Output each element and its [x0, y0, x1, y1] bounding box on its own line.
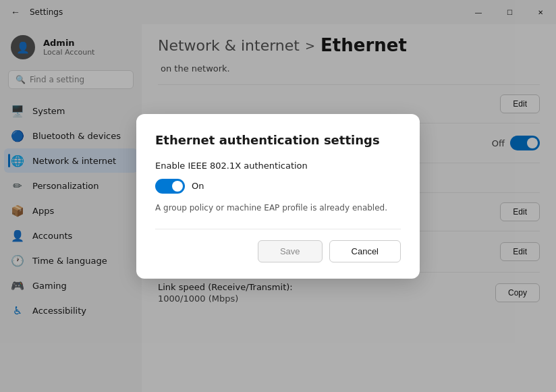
dialog: Ethernet authentication settings Enable …	[136, 114, 420, 279]
cancel-button[interactable]: Cancel	[329, 240, 401, 262]
dialog-footer: Save Cancel	[155, 229, 401, 262]
dialog-toggle-row: On	[155, 179, 401, 194]
save-button[interactable]: Save	[258, 240, 323, 262]
ieee-toggle[interactable]	[155, 179, 185, 194]
dialog-info: A group policy or machine EAP profile is…	[155, 203, 401, 213]
dialog-field-label: Enable IEEE 802.1X authentication	[155, 161, 401, 171]
dialog-title: Ethernet authentication settings	[155, 133, 401, 147]
modal-overlay: Ethernet authentication settings Enable …	[0, 0, 556, 392]
dialog-toggle-label: On	[192, 181, 204, 191]
